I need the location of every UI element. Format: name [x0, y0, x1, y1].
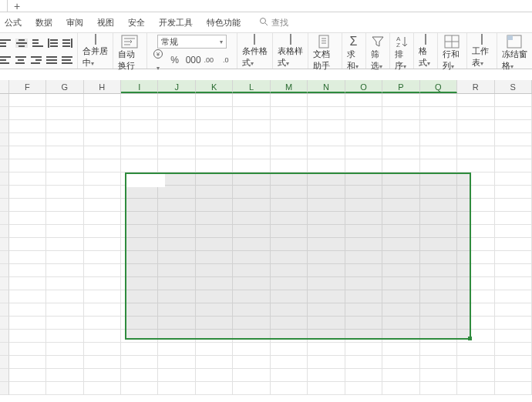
cell[interactable]: [308, 186, 345, 199]
col-header-N[interactable]: N: [308, 80, 345, 93]
cell[interactable]: [345, 317, 382, 330]
cell[interactable]: [382, 277, 419, 290]
align-right-icon[interactable]: [31, 56, 42, 64]
cell[interactable]: [420, 343, 457, 356]
cell[interactable]: [196, 120, 233, 133]
cell[interactable]: [345, 120, 382, 133]
cell[interactable]: [9, 238, 46, 251]
cell[interactable]: [495, 303, 532, 317]
cell[interactable]: [46, 199, 83, 212]
cell[interactable]: [121, 199, 158, 212]
cell[interactable]: [9, 290, 46, 303]
cell[interactable]: [9, 212, 46, 225]
cell[interactable]: [271, 159, 308, 173]
cell[interactable]: [495, 146, 532, 159]
cell[interactable]: [271, 382, 308, 395]
number-format-select[interactable]: 常规 ▾: [157, 35, 227, 49]
cell[interactable]: [308, 356, 345, 369]
cell[interactable]: [196, 225, 233, 238]
cell[interactable]: [495, 356, 532, 369]
cell[interactable]: [121, 225, 158, 238]
cell[interactable]: [196, 303, 233, 317]
col-header-Q[interactable]: Q: [420, 80, 457, 93]
cell[interactable]: [308, 290, 345, 303]
cell[interactable]: [46, 356, 83, 369]
cell[interactable]: [84, 343, 121, 356]
cell[interactable]: [457, 199, 494, 212]
cell[interactable]: [420, 107, 457, 120]
cell[interactable]: [382, 382, 419, 395]
cell[interactable]: [345, 212, 382, 225]
cell[interactable]: [382, 107, 419, 120]
cell[interactable]: [158, 303, 195, 317]
cell[interactable]: [271, 264, 308, 277]
cell[interactable]: [495, 120, 532, 133]
cell[interactable]: [457, 277, 494, 290]
cell[interactable]: [196, 133, 233, 146]
cell[interactable]: [233, 107, 270, 120]
cell[interactable]: [84, 382, 121, 395]
cell[interactable]: [233, 317, 270, 330]
cell[interactable]: [9, 120, 46, 133]
cell[interactable]: [158, 343, 195, 356]
cell[interactable]: [121, 356, 158, 369]
spreadsheet-area[interactable]: FGHIJKLMNOPQRS: [0, 80, 532, 395]
increase-decimal-icon[interactable]: .00: [203, 56, 215, 64]
cell[interactable]: [457, 356, 494, 369]
cell[interactable]: [495, 251, 532, 264]
cell[interactable]: [308, 369, 345, 382]
wrap-group[interactable]: 自动换行: [113, 33, 146, 69]
cell[interactable]: [9, 199, 46, 212]
doc-helper-button[interactable]: 文档助手: [308, 33, 342, 69]
cell[interactable]: [46, 133, 83, 146]
cell[interactable]: [158, 264, 195, 277]
cell[interactable]: [233, 120, 270, 133]
cell[interactable]: [308, 264, 345, 277]
align-middle-icon[interactable]: [15, 39, 28, 48]
cell[interactable]: [420, 277, 457, 290]
cell[interactable]: [271, 133, 308, 146]
cell[interactable]: [46, 369, 83, 382]
cell[interactable]: [233, 133, 270, 146]
cell[interactable]: [495, 159, 532, 173]
cell[interactable]: [457, 330, 494, 343]
cell[interactable]: [84, 290, 121, 303]
cell[interactable]: [158, 173, 195, 186]
cell[interactable]: [345, 146, 382, 159]
cell[interactable]: [308, 225, 345, 238]
cell[interactable]: [420, 212, 457, 225]
cell[interactable]: [495, 264, 532, 277]
cell[interactable]: [420, 251, 457, 264]
cell[interactable]: [84, 212, 121, 225]
cell[interactable]: [457, 133, 494, 146]
cell[interactable]: [382, 238, 419, 251]
cell[interactable]: [158, 356, 195, 369]
cell[interactable]: [9, 159, 46, 173]
cell[interactable]: [84, 238, 121, 251]
align-center-icon[interactable]: [15, 56, 26, 64]
cell-grid[interactable]: [0, 94, 532, 395]
cell[interactable]: [121, 94, 158, 107]
cell[interactable]: [382, 94, 419, 107]
cell[interactable]: [84, 173, 121, 186]
cell[interactable]: [382, 173, 419, 186]
cell[interactable]: [9, 356, 46, 369]
cell[interactable]: [271, 317, 308, 330]
cell[interactable]: [84, 303, 121, 317]
cell[interactable]: [196, 356, 233, 369]
cell[interactable]: [382, 186, 419, 199]
cell[interactable]: [271, 290, 308, 303]
cell[interactable]: [495, 330, 532, 343]
cell[interactable]: [308, 303, 345, 317]
cell[interactable]: [382, 199, 419, 212]
cell[interactable]: [271, 225, 308, 238]
cell[interactable]: [382, 146, 419, 159]
cell[interactable]: [308, 343, 345, 356]
cell[interactable]: [46, 264, 83, 277]
cell[interactable]: [158, 133, 195, 146]
cell[interactable]: [158, 212, 195, 225]
cell[interactable]: [457, 290, 494, 303]
align-left-icon[interactable]: [0, 56, 11, 64]
cell[interactable]: [84, 120, 121, 133]
cell[interactable]: [420, 369, 457, 382]
